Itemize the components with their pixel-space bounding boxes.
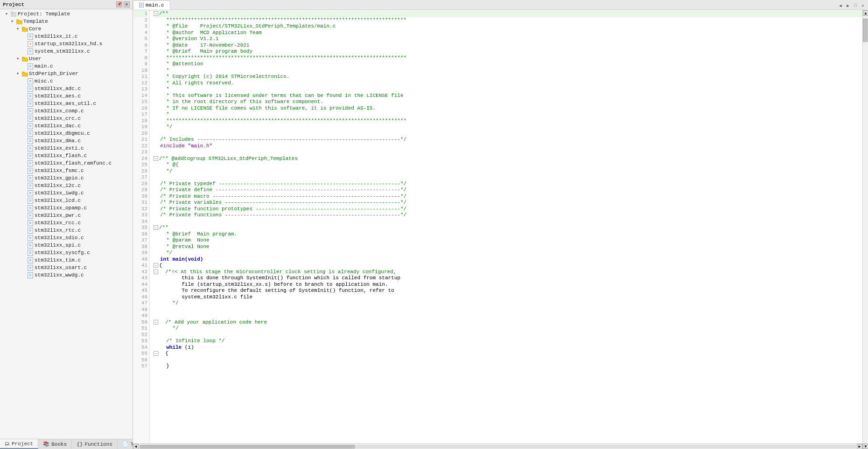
fold-marker-1[interactable]: - xyxy=(154,11,158,16)
editor-tab-main-c[interactable]: main.c xyxy=(133,0,170,10)
editor-scroll-right[interactable]: ▶ xyxy=(845,2,851,9)
scroll-down-btn[interactable]: ▼ xyxy=(863,443,868,449)
code-line-45[interactable]: To reconfigure the default setting of Sy… xyxy=(154,288,862,294)
tree-item-opamp[interactable]: stm32l1xx_opamp.c xyxy=(0,204,133,212)
tree-item-wwdg[interactable]: stm32l1xx_wwdg.c xyxy=(0,271,133,279)
code-line-1[interactable]: -/** xyxy=(154,11,862,17)
code-line-7[interactable]: * @brief Main program body xyxy=(154,48,862,55)
code-line-19[interactable]: */ xyxy=(154,124,862,131)
tree-item-stdperiph[interactable]: StdPeriph_Driver xyxy=(0,70,133,77)
scroll-left-btn[interactable]: ◀ xyxy=(133,444,139,449)
code-line-23[interactable] xyxy=(154,149,862,156)
code-line-51[interactable]: */ xyxy=(154,325,862,332)
code-line-41[interactable]: -{ xyxy=(154,262,862,269)
code-line-40[interactable]: int main(void) xyxy=(154,256,862,263)
tree-item-aes-util[interactable]: stm32l1xx_aes_util.c xyxy=(0,100,133,107)
code-line-26[interactable]: */ xyxy=(154,168,862,175)
code-line-15[interactable]: * in the root directory of this software… xyxy=(154,99,862,105)
code-line-52[interactable] xyxy=(154,332,862,338)
code-line-6[interactable]: * @date 17-November-2021 xyxy=(154,42,862,49)
code-line-11[interactable]: * Copyright (c) 2014 STMicroelectronics. xyxy=(154,74,862,80)
scroll-up-btn[interactable]: ▲ xyxy=(863,10,868,16)
tree-item-rcc[interactable]: stm32l1xx_rcc.c xyxy=(0,219,133,227)
code-line-21[interactable]: /* Includes ----------------------------… xyxy=(154,137,862,143)
code-line-20[interactable] xyxy=(154,131,862,137)
code-line-31[interactable]: /* Private variables -------------------… xyxy=(154,200,862,206)
tree-item-core[interactable]: Core xyxy=(0,25,133,33)
code-line-10[interactable]: * xyxy=(154,68,862,74)
fold-marker-35[interactable]: - xyxy=(154,225,158,230)
tree-item-i2c[interactable]: stm32l1xx_i2c.c xyxy=(0,182,133,189)
code-line-36[interactable]: * @brief Main program. xyxy=(154,231,862,238)
code-content[interactable]: -/** ***********************************… xyxy=(150,10,862,443)
code-line-17[interactable]: * xyxy=(154,111,862,118)
tree-item-rtc[interactable]: stm32l1xx_rtc.c xyxy=(0,227,133,234)
tree-item-gpio[interactable]: stm32l1xx_gpio.c xyxy=(0,174,133,182)
panel-pin-btn[interactable]: 📌 xyxy=(116,1,122,7)
code-line-3[interactable]: * @file Project/STM32L1xx_StdPeriph_Temp… xyxy=(154,23,862,30)
code-line-9[interactable]: * @attention xyxy=(154,61,862,68)
tree-item-user[interactable]: User xyxy=(0,55,133,62)
code-line-14[interactable]: * This software is licensed under terms … xyxy=(154,93,862,99)
code-line-5[interactable]: * @version V1.2.1 xyxy=(154,36,862,42)
tree-item-crc[interactable]: stm32l1xx_crc.c xyxy=(0,115,133,122)
code-line-30[interactable]: /* Private macro -----------------------… xyxy=(154,193,862,200)
code-line-53[interactable]: /* Infinite loop */ xyxy=(154,338,862,345)
tree-item-exti[interactable]: stm32l1xx_exti.c xyxy=(0,145,133,152)
fold-marker-41[interactable]: - xyxy=(154,263,158,268)
horizontal-scrollbar[interactable]: ◀ ▶ xyxy=(133,443,862,449)
code-line-32[interactable]: /* Private function prototypes ---------… xyxy=(154,206,862,213)
code-line-42[interactable]: - /*!< At this stage the microcontroller… xyxy=(154,269,862,276)
v-scrollbar-thumb[interactable] xyxy=(863,19,868,42)
tree-item-template[interactable]: Template xyxy=(0,18,133,25)
fold-marker-50[interactable]: - xyxy=(154,320,158,325)
vertical-scrollbar[interactable]: ▲ ▼ xyxy=(862,10,868,449)
code-line-16[interactable]: * If no LICENSE file comes with this sof… xyxy=(154,105,862,112)
code-line-12[interactable]: * All rights reserved. xyxy=(154,80,862,87)
editor-scroll-left[interactable]: ◀ xyxy=(837,2,844,9)
tree-item-dma[interactable]: stm32l1xx_dma.c xyxy=(0,137,133,145)
code-line-47[interactable]: */ xyxy=(154,300,862,307)
tree-item-usart[interactable]: stm32l1xx_usart.c xyxy=(0,264,133,271)
editor-close-tab[interactable]: ✕ xyxy=(860,2,866,9)
project-tree[interactable]: Project: Template Template xyxy=(0,9,133,439)
tree-item-comp[interactable]: stm32l1xx_comp.c xyxy=(0,107,133,115)
code-line-22[interactable]: #include "main.h" xyxy=(154,143,862,150)
tab-functions[interactable]: {} Functions xyxy=(72,439,118,449)
code-line-35[interactable]: -/** xyxy=(154,225,862,231)
tab-books[interactable]: 📚 Books xyxy=(38,439,72,449)
tree-item-dac[interactable]: stm32l1xx_dac.c xyxy=(0,122,133,130)
code-line-44[interactable]: file (startup_stm32l1xx_xx.s) before to … xyxy=(154,282,862,288)
tree-item-pwr[interactable]: stm32l1xx_pwr.c xyxy=(0,212,133,219)
tree-item-dbgmcu[interactable]: stm32l1xx_dbgmcu.c xyxy=(0,130,133,137)
code-line-46[interactable]: system_stm32l1xx.c file xyxy=(154,294,862,301)
tree-item-fsmc[interactable]: stm32l1xx_fsmc.c xyxy=(0,167,133,174)
code-line-50[interactable]: - /* Add your application code here xyxy=(154,319,862,326)
tab-project[interactable]: 🗂 Project xyxy=(0,439,38,449)
code-line-13[interactable]: * xyxy=(154,86,862,93)
tree-item-adc[interactable]: stm32l1xx_adc.c xyxy=(0,85,133,92)
code-line-39[interactable]: */ xyxy=(154,250,862,256)
code-line-25[interactable]: * @{ xyxy=(154,162,862,168)
tree-item-misc[interactable]: misc.c xyxy=(0,77,133,85)
tree-item-sdio[interactable]: stm32l1xx_sdio.c xyxy=(0,234,133,242)
code-line-33[interactable]: /* Private functions -------------------… xyxy=(154,212,862,219)
scroll-right-btn[interactable]: ▶ xyxy=(857,444,862,449)
tab-templates[interactable]: 📄 Templates xyxy=(118,439,133,449)
panel-close-btn[interactable]: ✕ xyxy=(124,1,130,7)
tree-item-syscfg[interactable]: stm32l1xx_syscfg.c xyxy=(0,249,133,256)
tree-item-system[interactable]: system_stm32l1xx.c xyxy=(0,48,133,55)
code-line-24[interactable]: -/** @addtogroup STM32L1xx_StdPeriph_Tem… xyxy=(154,156,862,162)
code-line-34[interactable] xyxy=(154,219,862,225)
code-line-55[interactable]: - { xyxy=(154,351,862,357)
tree-item-iwdg[interactable]: stm32l1xx_iwdg.c xyxy=(0,189,133,197)
tree-item-startup[interactable]: startup_stm32l1xx_hd.s xyxy=(0,40,133,48)
code-line-4[interactable]: * @author MCD Application Team xyxy=(154,30,862,36)
code-line-28[interactable]: /* Private typedef ---------------------… xyxy=(154,181,862,187)
code-line-54[interactable]: while (1) xyxy=(154,345,862,351)
code-line-29[interactable]: /* Private define ----------------------… xyxy=(154,187,862,193)
fold-marker-42[interactable]: - xyxy=(154,269,158,274)
tree-root[interactable]: Project: Template xyxy=(0,10,133,18)
tree-item-main-c[interactable]: main.c xyxy=(0,62,133,70)
code-line-27[interactable] xyxy=(154,174,862,181)
